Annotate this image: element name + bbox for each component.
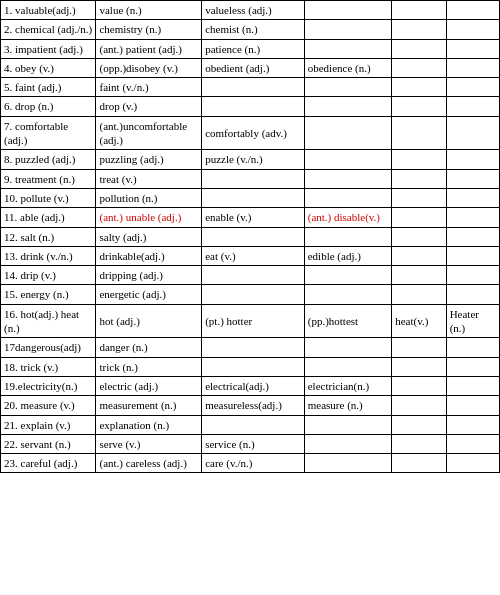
table-row: 10. pollute (v.)pollution (n.) — [1, 188, 500, 207]
col3 — [202, 338, 305, 357]
col3: eat (v.) — [202, 246, 305, 265]
col1: 14. drip (v.) — [1, 266, 96, 285]
col4 — [304, 150, 392, 169]
col5 — [392, 376, 446, 395]
col3 — [202, 97, 305, 116]
table-row: 4. obey (v.)(opp.)disobey (v.)obedient (… — [1, 58, 500, 77]
col6 — [446, 1, 499, 20]
col3: patience (n.) — [202, 39, 305, 58]
col3: obedient (adj.) — [202, 58, 305, 77]
col4 — [304, 169, 392, 188]
col6 — [446, 39, 499, 58]
col1: 17dangerous(adj) — [1, 338, 96, 357]
col4: edible (adj.) — [304, 246, 392, 265]
col1: 22. servant (n.) — [1, 434, 96, 453]
col1: 15. energy (n.) — [1, 285, 96, 304]
col2: pollution (n.) — [96, 188, 202, 207]
col2: salty (adj.) — [96, 227, 202, 246]
col5 — [392, 1, 446, 20]
col1: 11. able (adj.) — [1, 208, 96, 227]
col6 — [446, 338, 499, 357]
col4 — [304, 39, 392, 58]
col6 — [446, 169, 499, 188]
col2: serve (v.) — [96, 434, 202, 453]
table-row: 11. able (adj.)(ant.) unable (adj.)enabl… — [1, 208, 500, 227]
col2: dripping (adj.) — [96, 266, 202, 285]
col3 — [202, 78, 305, 97]
col4 — [304, 338, 392, 357]
table-row: 16. hot(adj.) heat (n.)hot (adj.)(pt.) h… — [1, 304, 500, 338]
col5 — [392, 285, 446, 304]
table-row: 7. comfortable (adj.)(ant.)uncomfortable… — [1, 116, 500, 150]
table-row: 2. chemical (adj./n.)chemistry (n.)chemi… — [1, 20, 500, 39]
col1: 13. drink (v./n.) — [1, 246, 96, 265]
col3: electrical(adj.) — [202, 376, 305, 395]
col5 — [392, 150, 446, 169]
col2: (ant.) unable (adj.) — [96, 208, 202, 227]
col1: 3. impatient (adj.) — [1, 39, 96, 58]
col6 — [446, 285, 499, 304]
col4: (ant.) disable(v.) — [304, 208, 392, 227]
col3 — [202, 188, 305, 207]
col3: service (n.) — [202, 434, 305, 453]
col3: puzzle (v./n.) — [202, 150, 305, 169]
col5 — [392, 169, 446, 188]
table-row: 21. explain (v.)explanation (n.) — [1, 415, 500, 434]
col6 — [446, 150, 499, 169]
col4 — [304, 357, 392, 376]
col6 — [446, 227, 499, 246]
col3 — [202, 169, 305, 188]
col5: heat(v.) — [392, 304, 446, 338]
col6 — [446, 20, 499, 39]
col3: enable (v.) — [202, 208, 305, 227]
col5 — [392, 39, 446, 58]
col4: (pp.)hottest — [304, 304, 392, 338]
col3 — [202, 357, 305, 376]
col5 — [392, 357, 446, 376]
col2: puzzling (adj.) — [96, 150, 202, 169]
table-row: 14. drip (v.)dripping (adj.) — [1, 266, 500, 285]
col2: drinkable(adj.) — [96, 246, 202, 265]
col6 — [446, 266, 499, 285]
col5 — [392, 208, 446, 227]
col5 — [392, 338, 446, 357]
col1: 12. salt (n.) — [1, 227, 96, 246]
col1: 23. careful (adj.) — [1, 454, 96, 473]
col1: 10. pollute (v.) — [1, 188, 96, 207]
table-row: 22. servant (n.)serve (v.)service (n.) — [1, 434, 500, 453]
col3 — [202, 415, 305, 434]
col1: 7. comfortable (adj.) — [1, 116, 96, 150]
col3: care (v./n.) — [202, 454, 305, 473]
col6 — [446, 208, 499, 227]
col2: treat (v.) — [96, 169, 202, 188]
col2: measurement (n.) — [96, 396, 202, 415]
table-row: 23. careful (adj.)(ant.) careless (adj.)… — [1, 454, 500, 473]
col6 — [446, 376, 499, 395]
col4 — [304, 266, 392, 285]
col5 — [392, 246, 446, 265]
col1: 9. treatment (n.) — [1, 169, 96, 188]
table-row: 3. impatient (adj.)(ant.) patient (adj.)… — [1, 39, 500, 58]
col6 — [446, 434, 499, 453]
col3: valueless (adj.) — [202, 1, 305, 20]
col5 — [392, 415, 446, 434]
table-row: 15. energy (n.)energetic (adj.) — [1, 285, 500, 304]
col4 — [304, 116, 392, 150]
col6 — [446, 246, 499, 265]
col3 — [202, 266, 305, 285]
col2: electric (adj.) — [96, 376, 202, 395]
table-row: 9. treatment (n.)treat (v.) — [1, 169, 500, 188]
table-row: 18. trick (v.)trick (n.) — [1, 357, 500, 376]
table-row: 6. drop (n.)drop (v.) — [1, 97, 500, 116]
col2: explanation (n.) — [96, 415, 202, 434]
col1: 19.electricity(n.) — [1, 376, 96, 395]
col4 — [304, 78, 392, 97]
col1: 20. measure (v.) — [1, 396, 96, 415]
col4 — [304, 1, 392, 20]
col1: 4. obey (v.) — [1, 58, 96, 77]
col3 — [202, 285, 305, 304]
col2: chemistry (n.) — [96, 20, 202, 39]
col1: 6. drop (n.) — [1, 97, 96, 116]
table-row: 1. valuable(adj.)value (n.)valueless (ad… — [1, 1, 500, 20]
col2: danger (n.) — [96, 338, 202, 357]
